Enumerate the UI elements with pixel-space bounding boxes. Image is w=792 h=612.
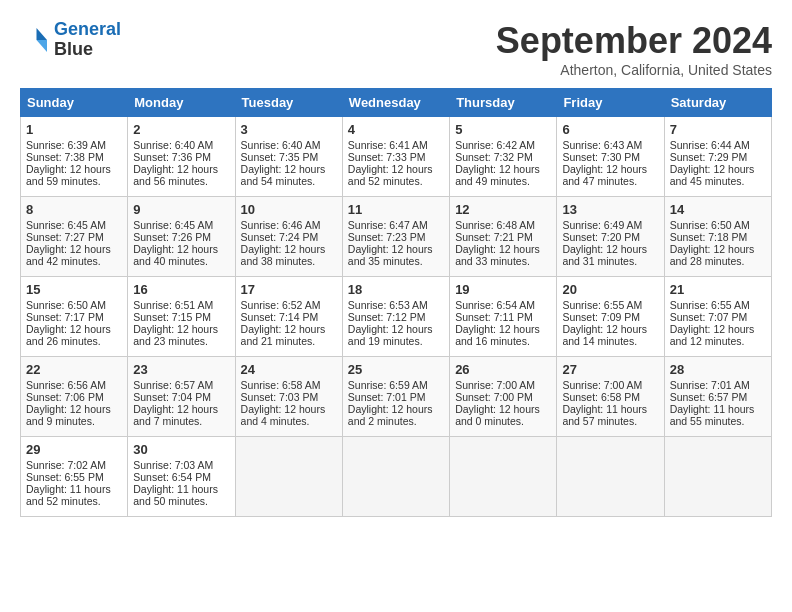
sunrise: Sunrise: 6:59 AM [348,379,428,391]
daylight: Daylight: 12 hours and 9 minutes. [26,403,111,427]
sunrise: Sunrise: 7:00 AM [562,379,642,391]
sunrise: Sunrise: 6:58 AM [241,379,321,391]
calendar-cell [557,437,664,517]
calendar-cell: 13Sunrise: 6:49 AMSunset: 7:20 PMDayligh… [557,197,664,277]
calendar-week-1: 1Sunrise: 6:39 AMSunset: 7:38 PMDaylight… [21,117,772,197]
sunset: Sunset: 7:01 PM [348,391,426,403]
daylight: Daylight: 12 hours and 0 minutes. [455,403,540,427]
sunrise: Sunrise: 6:41 AM [348,139,428,151]
col-header-tuesday: Tuesday [235,89,342,117]
col-header-saturday: Saturday [664,89,771,117]
day-number: 18 [348,282,444,297]
location: Atherton, California, United States [496,62,772,78]
daylight: Daylight: 12 hours and 26 minutes. [26,323,111,347]
sunset: Sunset: 6:55 PM [26,471,104,483]
daylight: Daylight: 12 hours and 59 minutes. [26,163,111,187]
col-header-monday: Monday [128,89,235,117]
daylight: Daylight: 12 hours and 14 minutes. [562,323,647,347]
day-number: 26 [455,362,551,377]
day-number: 10 [241,202,337,217]
sunset: Sunset: 7:12 PM [348,311,426,323]
sunrise: Sunrise: 6:48 AM [455,219,535,231]
sunset: Sunset: 7:29 PM [670,151,748,163]
sunrise: Sunrise: 6:47 AM [348,219,428,231]
sunrise: Sunrise: 7:02 AM [26,459,106,471]
sunrise: Sunrise: 6:40 AM [133,139,213,151]
calendar-cell: 22Sunrise: 6:56 AMSunset: 7:06 PMDayligh… [21,357,128,437]
calendar-table: SundayMondayTuesdayWednesdayThursdayFrid… [20,88,772,517]
daylight: Daylight: 12 hours and 28 minutes. [670,243,755,267]
sunrise: Sunrise: 6:56 AM [26,379,106,391]
sunset: Sunset: 7:09 PM [562,311,640,323]
calendar-week-2: 8Sunrise: 6:45 AMSunset: 7:27 PMDaylight… [21,197,772,277]
calendar-cell: 7Sunrise: 6:44 AMSunset: 7:29 PMDaylight… [664,117,771,197]
daylight: Daylight: 12 hours and 23 minutes. [133,323,218,347]
day-number: 23 [133,362,229,377]
sunrise: Sunrise: 6:44 AM [670,139,750,151]
daylight: Daylight: 11 hours and 57 minutes. [562,403,647,427]
daylight: Daylight: 11 hours and 52 minutes. [26,483,111,507]
sunset: Sunset: 7:36 PM [133,151,211,163]
daylight: Daylight: 12 hours and 35 minutes. [348,243,433,267]
calendar-cell: 20Sunrise: 6:55 AMSunset: 7:09 PMDayligh… [557,277,664,357]
sunrise: Sunrise: 6:49 AM [562,219,642,231]
sunset: Sunset: 7:32 PM [455,151,533,163]
month-title: September 2024 [496,20,772,62]
daylight: Daylight: 12 hours and 47 minutes. [562,163,647,187]
day-number: 5 [455,122,551,137]
logo: General Blue [20,20,121,60]
col-header-wednesday: Wednesday [342,89,449,117]
sunrise: Sunrise: 7:01 AM [670,379,750,391]
col-header-friday: Friday [557,89,664,117]
day-number: 2 [133,122,229,137]
daylight: Daylight: 12 hours and 42 minutes. [26,243,111,267]
day-number: 22 [26,362,122,377]
sunset: Sunset: 6:54 PM [133,471,211,483]
col-header-thursday: Thursday [450,89,557,117]
calendar-cell: 11Sunrise: 6:47 AMSunset: 7:23 PMDayligh… [342,197,449,277]
calendar-cell: 12Sunrise: 6:48 AMSunset: 7:21 PMDayligh… [450,197,557,277]
daylight: Daylight: 12 hours and 38 minutes. [241,243,326,267]
daylight: Daylight: 12 hours and 12 minutes. [670,323,755,347]
sunrise: Sunrise: 6:54 AM [455,299,535,311]
day-number: 30 [133,442,229,457]
sunset: Sunset: 7:35 PM [241,151,319,163]
daylight: Daylight: 12 hours and 52 minutes. [348,163,433,187]
calendar-week-4: 22Sunrise: 6:56 AMSunset: 7:06 PMDayligh… [21,357,772,437]
calendar-cell: 16Sunrise: 6:51 AMSunset: 7:15 PMDayligh… [128,277,235,357]
calendar-cell: 4Sunrise: 6:41 AMSunset: 7:33 PMDaylight… [342,117,449,197]
calendar-cell: 21Sunrise: 6:55 AMSunset: 7:07 PMDayligh… [664,277,771,357]
calendar-cell [342,437,449,517]
calendar-cell: 28Sunrise: 7:01 AMSunset: 6:57 PMDayligh… [664,357,771,437]
sunrise: Sunrise: 6:46 AM [241,219,321,231]
daylight: Daylight: 12 hours and 4 minutes. [241,403,326,427]
daylight: Daylight: 12 hours and 16 minutes. [455,323,540,347]
calendar-cell: 6Sunrise: 6:43 AMSunset: 7:30 PMDaylight… [557,117,664,197]
calendar-cell: 26Sunrise: 7:00 AMSunset: 7:00 PMDayligh… [450,357,557,437]
calendar-cell: 24Sunrise: 6:58 AMSunset: 7:03 PMDayligh… [235,357,342,437]
header-row: SundayMondayTuesdayWednesdayThursdayFrid… [21,89,772,117]
svg-marker-0 [37,28,48,40]
sunset: Sunset: 7:07 PM [670,311,748,323]
svg-marker-1 [37,40,48,52]
sunrise: Sunrise: 6:57 AM [133,379,213,391]
calendar-week-5: 29Sunrise: 7:02 AMSunset: 6:55 PMDayligh… [21,437,772,517]
calendar-cell: 17Sunrise: 6:52 AMSunset: 7:14 PMDayligh… [235,277,342,357]
calendar-cell: 15Sunrise: 6:50 AMSunset: 7:17 PMDayligh… [21,277,128,357]
calendar-cell: 18Sunrise: 6:53 AMSunset: 7:12 PMDayligh… [342,277,449,357]
calendar-cell: 23Sunrise: 6:57 AMSunset: 7:04 PMDayligh… [128,357,235,437]
sunset: Sunset: 7:33 PM [348,151,426,163]
sunset: Sunset: 6:57 PM [670,391,748,403]
sunrise: Sunrise: 6:45 AM [133,219,213,231]
day-number: 11 [348,202,444,217]
sunrise: Sunrise: 6:40 AM [241,139,321,151]
sunrise: Sunrise: 6:55 AM [670,299,750,311]
day-number: 6 [562,122,658,137]
day-number: 16 [133,282,229,297]
sunrise: Sunrise: 6:39 AM [26,139,106,151]
sunrise: Sunrise: 6:42 AM [455,139,535,151]
sunrise: Sunrise: 7:03 AM [133,459,213,471]
sunrise: Sunrise: 7:00 AM [455,379,535,391]
daylight: Daylight: 12 hours and 2 minutes. [348,403,433,427]
day-number: 15 [26,282,122,297]
